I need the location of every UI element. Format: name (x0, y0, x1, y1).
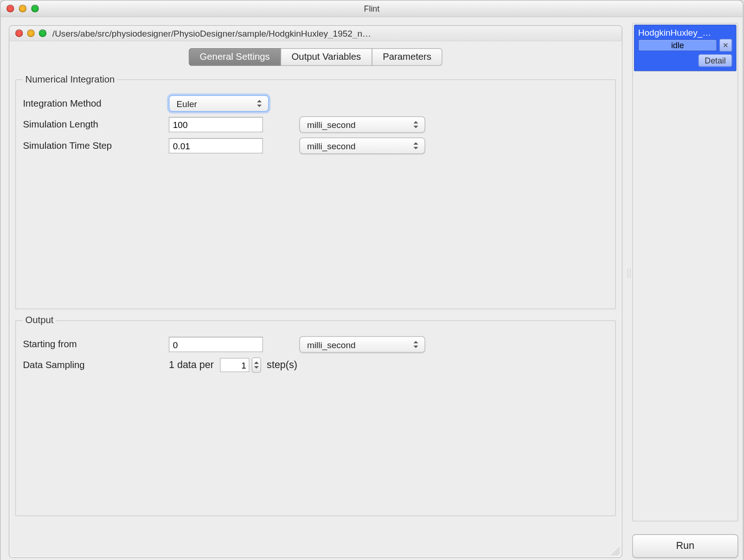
job-detail-button[interactable]: Detail (698, 54, 732, 67)
tab-general-settings[interactable]: General Settings (188, 48, 281, 66)
data-sampling-stepper[interactable] (251, 357, 261, 373)
starting-from-unit-select[interactable]: milli_second (299, 336, 425, 353)
close-icon: ✕ (723, 41, 729, 50)
main-area: /Users/abe/src/physiodesigner/PhysioDesi… (0, 17, 627, 560)
minimize-window-icon[interactable] (19, 5, 26, 12)
job-card[interactable]: HodgkinHuxley_… idle ✕ Detail (634, 25, 737, 71)
job-status: idle (638, 39, 717, 51)
resize-handle-icon[interactable] (612, 547, 620, 556)
group-legend: Output (23, 315, 56, 326)
window-title: Flint (0, 4, 743, 13)
main-window: Flint /Users/abe/src/physiodesigner/Phys… (0, 0, 744, 560)
document-titlebar[interactable]: /Users/abe/src/physiodesigner/PhysioDesi… (9, 26, 622, 41)
group-legend: Numerical Integration (23, 74, 117, 85)
run-button[interactable]: Run (632, 535, 738, 558)
group-numerical-integration: Numerical Integration Integration Method… (15, 74, 616, 309)
doc-minimize-icon[interactable] (27, 29, 34, 37)
sim-step-unit-value: milli_second (307, 141, 356, 151)
splitter-handle[interactable] (627, 17, 630, 560)
window-controls (0, 5, 38, 12)
starting-from-input[interactable] (169, 337, 263, 352)
job-title: HodgkinHuxley_… (638, 28, 732, 39)
job-close-button[interactable]: ✕ (719, 39, 732, 52)
starting-from-label: Starting from (23, 339, 158, 350)
updown-icon (410, 138, 421, 153)
zoom-window-icon[interactable] (31, 5, 38, 12)
data-sampling-suffix: step(s) (267, 359, 297, 371)
data-sampling-label: Data Sampling (23, 360, 158, 370)
integration-method-label: Integration Method (23, 98, 158, 109)
updown-icon (410, 337, 421, 352)
sim-length-input[interactable] (169, 117, 263, 132)
sim-step-unit-select[interactable]: milli_second (299, 138, 425, 154)
group-output: Output Starting from milli_second (15, 315, 616, 516)
data-sampling-prefix: 1 data per (169, 359, 214, 371)
tab-parameters[interactable]: Parameters (372, 48, 443, 66)
titlebar[interactable]: Flint (0, 0, 743, 17)
document-path: /Users/abe/src/physiodesigner/PhysioDesi… (52, 28, 616, 38)
sim-step-label: Simulation Time Step (23, 140, 158, 151)
document-window: /Users/abe/src/physiodesigner/PhysioDesi… (9, 25, 622, 558)
sim-length-label: Simulation Length (23, 119, 158, 130)
sim-length-unit-value: milli_second (307, 120, 356, 130)
updown-icon (410, 117, 421, 132)
tab-bar: General Settings Output Variables Parame… (9, 48, 622, 66)
jobs-list: HodgkinHuxley_… idle ✕ Detail (632, 23, 738, 521)
integration-method-select[interactable]: Euler (169, 95, 269, 112)
close-window-icon[interactable] (6, 5, 14, 12)
doc-close-icon[interactable] (15, 29, 23, 37)
updown-icon (254, 96, 265, 111)
tab-output-variables[interactable]: Output Variables (280, 48, 372, 66)
doc-zoom-icon[interactable] (39, 29, 46, 37)
data-sampling-input[interactable] (220, 358, 249, 372)
starting-from-unit-value: milli_second (307, 339, 356, 350)
sim-step-input[interactable] (169, 138, 263, 153)
integration-method-value: Euler (176, 98, 197, 108)
side-panel: HodgkinHuxley_… idle ✕ Detail Run (630, 17, 743, 560)
sim-length-unit-select[interactable]: milli_second (299, 116, 425, 133)
